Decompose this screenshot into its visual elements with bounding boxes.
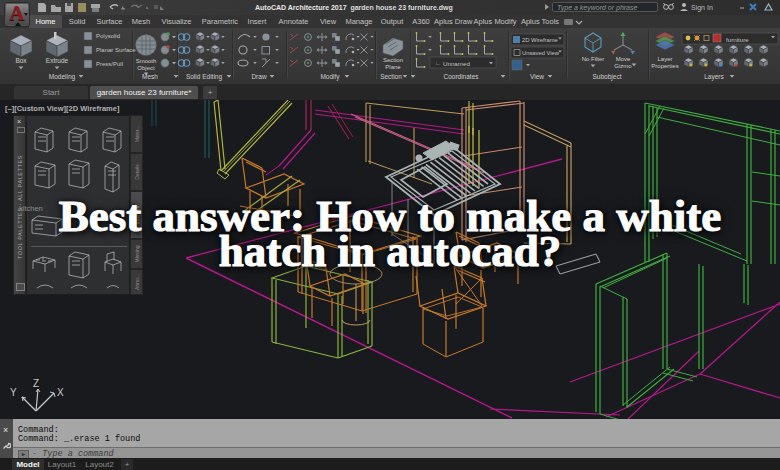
svg-text:Polysolid: Polysolid — [96, 33, 120, 39]
svg-text:Sign In: Sign In — [691, 4, 713, 12]
svg-text:Section: Section — [383, 57, 403, 63]
svg-text:Mesh: Mesh — [142, 73, 158, 80]
svg-text:Press/Pull: Press/Pull — [96, 61, 123, 67]
svg-text:Unnamed: Unnamed — [443, 60, 470, 67]
svg-text:Modeling: Modeling — [49, 73, 76, 81]
svg-text:Layer: Layer — [657, 56, 672, 62]
svg-text:∟: ∟ — [435, 60, 441, 66]
svg-text:Unsaved View: Unsaved View — [522, 50, 560, 56]
svg-text:furniture: furniture — [726, 36, 749, 43]
svg-text:2D Wireframe: 2D Wireframe — [522, 37, 558, 43]
svg-text:Smooth: Smooth — [136, 58, 157, 64]
svg-text:No Filter: No Filter — [582, 56, 605, 62]
svg-text:Box: Box — [15, 57, 27, 64]
svg-text:Extrude: Extrude — [46, 57, 69, 64]
svg-text:Solid Editing: Solid Editing — [186, 73, 223, 81]
svg-text:X: X — [57, 387, 64, 398]
svg-text:Modify: Modify — [320, 73, 340, 81]
svg-text:Plane: Plane — [385, 64, 401, 70]
svg-text:Coordinates: Coordinates — [443, 73, 479, 80]
svg-text:Properties: Properties — [651, 63, 678, 69]
svg-text:Draw: Draw — [251, 73, 266, 80]
svg-text:Planar Surface: Planar Surface — [96, 47, 136, 53]
svg-text:Object: Object — [137, 65, 155, 71]
svg-text:Y: Y — [10, 387, 17, 398]
svg-text:Section: Section — [380, 73, 402, 80]
svg-text:Gizmo: Gizmo — [614, 63, 632, 69]
svg-text:Subobject: Subobject — [593, 73, 622, 81]
svg-text:Z: Z — [33, 378, 39, 389]
svg-text:Move: Move — [616, 56, 631, 62]
svg-text:Layers: Layers — [704, 73, 724, 81]
svg-text:View: View — [530, 73, 544, 80]
